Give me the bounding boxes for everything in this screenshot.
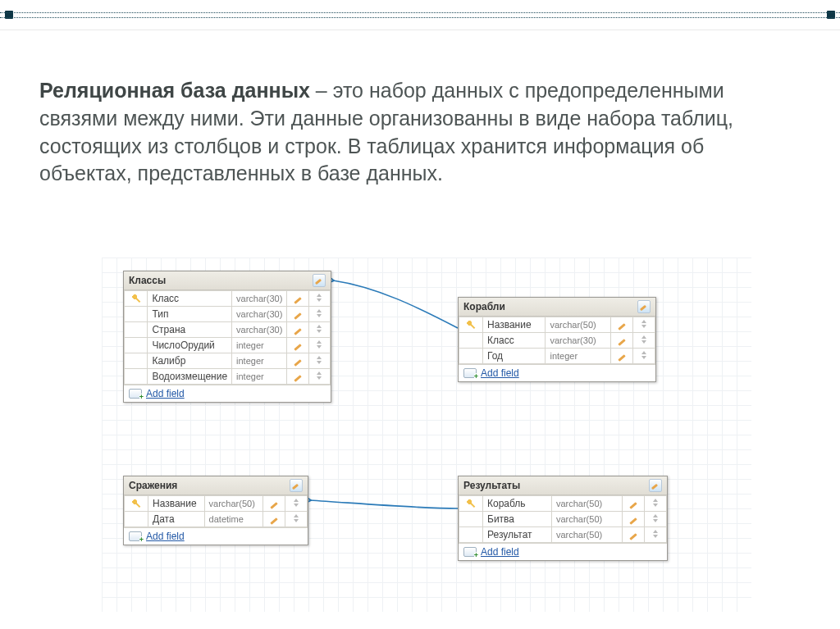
strip-endcap-left: [5, 11, 13, 19]
add-field-link[interactable]: Add field: [146, 388, 185, 399]
table-header[interactable]: Корабли: [459, 298, 655, 317]
edit-field-icon[interactable]: [294, 375, 302, 382]
field-list: Корабльvarchar(50) Битваvarchar(50) Резу…: [459, 495, 667, 543]
edit-field-icon[interactable]: [294, 328, 302, 335]
add-field-icon: [129, 531, 142, 541]
er-diagram-canvas: Классы Классvarchar(30) Типvarchar(30) С…: [107, 262, 746, 607]
table-header[interactable]: Сражения: [124, 476, 308, 495]
field-type: varchar(50): [204, 496, 262, 512]
table-row: Датаdatetime: [125, 512, 308, 527]
table-row: Битваvarchar(50): [459, 512, 667, 527]
add-field-link[interactable]: Add field: [481, 546, 519, 558]
reorder-icon[interactable]: [293, 514, 299, 522]
edit-field-icon[interactable]: [294, 312, 302, 320]
field-type: varchar(50): [551, 527, 622, 543]
table-row: Странаvarchar(30): [125, 322, 331, 338]
table-title: Результаты: [463, 480, 520, 491]
definition-title: Реляционная база данных: [39, 79, 310, 102]
edit-field-icon[interactable]: [618, 323, 626, 330]
field-name[interactable]: ЧислоОрудий: [148, 338, 232, 353]
edit-field-icon[interactable]: [629, 517, 637, 525]
add-field-row[interactable]: Add field: [124, 527, 308, 545]
table-row: Корабльvarchar(50): [459, 496, 667, 512]
field-name[interactable]: Класс: [148, 291, 232, 307]
field-name[interactable]: Год: [483, 349, 546, 364]
field-name[interactable]: Класс: [483, 333, 546, 349]
reorder-icon[interactable]: [316, 294, 322, 302]
reorder-icon[interactable]: [652, 499, 659, 507]
field-name[interactable]: Калибр: [148, 353, 232, 369]
add-field-link[interactable]: Add field: [481, 367, 519, 379]
field-type: varchar(50): [551, 496, 622, 512]
field-name[interactable]: Корабль: [483, 496, 552, 512]
key-icon: [130, 499, 141, 509]
reorder-icon[interactable]: [641, 335, 647, 344]
table-card-korabli[interactable]: Корабли Названиеvarchar(50) Классvarchar…: [458, 297, 656, 382]
definition-paragraph: Реляционная база данных – это набор данн…: [39, 77, 788, 188]
edit-field-icon[interactable]: [618, 354, 626, 362]
table-card-rezultaty[interactable]: Результаты Корабльvarchar(50) Битваvarch…: [458, 476, 668, 561]
table-row: ЧислоОрудийinteger: [125, 338, 331, 353]
table-header[interactable]: Классы: [124, 271, 331, 290]
table-header[interactable]: Результаты: [459, 476, 667, 495]
key-icon: [465, 499, 476, 509]
edit-field-icon[interactable]: [294, 359, 302, 367]
table-row: Результатvarchar(50): [459, 527, 667, 543]
edit-field-icon[interactable]: [629, 502, 637, 509]
edit-field-icon[interactable]: [294, 297, 302, 304]
field-name[interactable]: Битва: [483, 512, 552, 527]
field-list: Классvarchar(30) Типvarchar(30) Странаva…: [124, 290, 331, 385]
field-name[interactable]: Страна: [148, 322, 232, 338]
edit-table-icon[interactable]: [313, 274, 326, 287]
reorder-icon[interactable]: [293, 499, 299, 507]
field-name[interactable]: Название: [148, 496, 205, 512]
edit-field-icon[interactable]: [294, 344, 302, 351]
edit-table-icon[interactable]: [649, 479, 662, 492]
field-type: varchar(50): [551, 512, 622, 527]
add-field-row[interactable]: Add field: [459, 543, 667, 560]
table-card-klassy[interactable]: Классы Классvarchar(30) Типvarchar(30) С…: [123, 271, 331, 403]
field-name[interactable]: Тип: [148, 307, 232, 322]
reorder-icon[interactable]: [316, 340, 322, 349]
edit-field-icon[interactable]: [270, 502, 278, 509]
field-name[interactable]: Дата: [148, 512, 205, 527]
reorder-icon[interactable]: [316, 325, 322, 333]
reorder-icon[interactable]: [316, 309, 322, 317]
field-list: Названиеvarchar(50) Датаdatetime: [124, 495, 308, 527]
edit-table-icon[interactable]: [290, 479, 303, 492]
edit-field-icon[interactable]: [618, 339, 626, 346]
edit-field-icon[interactable]: [629, 533, 637, 540]
field-type: integer: [232, 353, 287, 369]
reorder-icon[interactable]: [641, 351, 647, 359]
add-field-row[interactable]: Add field: [459, 364, 655, 381]
field-type: varchar(50): [546, 317, 611, 333]
table-row: Водоизмещениеinteger: [125, 369, 331, 385]
add-field-row[interactable]: Add field: [124, 385, 331, 402]
reorder-icon[interactable]: [316, 371, 322, 380]
table-title: Классы: [129, 275, 166, 286]
field-type: varchar(30): [546, 333, 611, 349]
field-name[interactable]: Водоизмещение: [148, 369, 232, 385]
field-type: integer: [546, 349, 611, 364]
field-name[interactable]: Название: [483, 317, 546, 333]
table-row: Названиеvarchar(50): [459, 317, 655, 333]
reorder-icon[interactable]: [316, 356, 322, 364]
field-name[interactable]: Результат: [483, 527, 552, 543]
add-field-icon: [129, 389, 142, 399]
table-row: Классvarchar(30): [125, 291, 331, 307]
field-type: varchar(30): [232, 322, 287, 338]
reorder-icon[interactable]: [652, 530, 659, 538]
table-title: Корабли: [463, 301, 505, 312]
reorder-icon[interactable]: [652, 514, 659, 522]
key-icon: [130, 294, 141, 304]
table-row: Калибрinteger: [125, 353, 331, 369]
reorder-icon[interactable]: [641, 320, 647, 328]
table-card-srazheniya[interactable]: Сражения Названиеvarchar(50) Датаdatetim…: [123, 476, 308, 545]
field-list: Названиеvarchar(50) Классvarchar(30) Год…: [459, 317, 655, 364]
edit-table-icon[interactable]: [637, 300, 651, 313]
field-type: datetime: [204, 512, 262, 527]
slide-top-strip: [0, 0, 840, 30]
edit-field-icon[interactable]: [270, 517, 278, 525]
add-field-link[interactable]: Add field: [146, 531, 185, 542]
field-type: integer: [232, 338, 287, 353]
